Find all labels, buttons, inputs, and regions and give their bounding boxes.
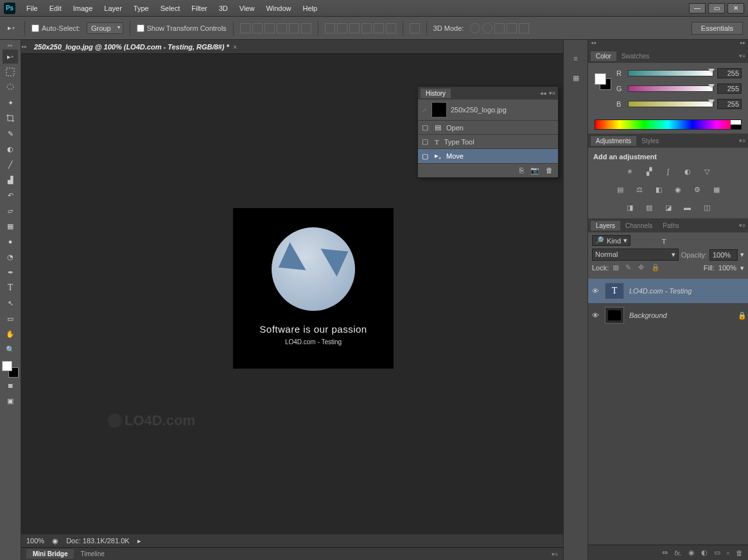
adjustments-tab[interactable]: Adjustments [591, 136, 636, 146]
distribute-right-icon[interactable] [386, 23, 396, 33]
document-tab[interactable]: 250x250_logo.jpg @ 100% (LO4D.com - Test… [28, 41, 243, 53]
filter-adjust-icon[interactable] [646, 236, 656, 245]
filter-smart-icon[interactable] [684, 236, 695, 245]
color-chips[interactable] [2, 361, 19, 378]
layer-thumb-bg[interactable] [605, 307, 624, 324]
healing-tool[interactable]: ◐ [3, 142, 18, 156]
blur-tool[interactable]: ● [3, 234, 18, 249]
3d-scale-icon[interactable] [519, 23, 529, 33]
history-snapshot-thumb[interactable] [431, 102, 447, 118]
gradient-map-icon[interactable]: ▬ [681, 202, 694, 213]
menu-image[interactable]: Image [67, 2, 99, 15]
brightness-icon[interactable]: ☀ [623, 166, 636, 177]
new-snapshot-icon[interactable]: 📷 [530, 166, 539, 175]
zoom-level[interactable]: 100% [26, 537, 44, 545]
panel-collapse-icon[interactable]: ◂◂ [540, 90, 546, 96]
align-hcenter-icon[interactable] [289, 23, 299, 33]
doc-size[interactable]: Doc: 183.1K/281.0K [66, 537, 129, 545]
path-select-tool[interactable]: ↖ [3, 296, 18, 310]
distribute-top-icon[interactable] [325, 23, 335, 33]
filter-pixel-icon[interactable] [633, 236, 643, 245]
lock-all-icon[interactable]: 🔒 [651, 263, 660, 272]
history-tab[interactable]: History [421, 89, 451, 98]
mini-bridge-tab[interactable]: Mini Bridge [26, 549, 74, 559]
channel-mixer-icon[interactable]: ⚙ [691, 184, 704, 195]
filter-shape-icon[interactable] [672, 236, 682, 245]
hand-tool[interactable]: ✋ [3, 327, 18, 341]
auto-select-checkbox[interactable]: Auto-Select: [31, 24, 80, 32]
new-adjustment-icon[interactable]: ◐ [701, 548, 708, 557]
auto-select-dropdown[interactable]: Group [87, 22, 123, 34]
menu-type[interactable]: Type [128, 2, 155, 15]
align-vcenter-icon[interactable] [252, 23, 263, 33]
type-tool[interactable]: T [3, 281, 18, 295]
gradient-tool[interactable]: ▦ [3, 219, 18, 233]
visibility-toggle-icon[interactable]: 👁 [591, 287, 600, 295]
channels-tab[interactable]: Channels [620, 221, 657, 231]
shape-tool[interactable]: ▭ [3, 311, 18, 326]
dodge-tool[interactable]: ◔ [3, 250, 18, 264]
align-top-icon[interactable] [240, 23, 250, 33]
menu-layer[interactable]: Layer [98, 2, 128, 15]
delete-state-icon[interactable]: 🗑 [546, 166, 553, 175]
color-panel-menu-icon[interactable]: ▾≡ [739, 53, 745, 59]
distribute-bottom-icon[interactable] [349, 23, 360, 33]
lock-position-icon[interactable]: ✥ [638, 263, 647, 272]
r-value[interactable]: 255 [717, 68, 742, 78]
strip-icon-1[interactable]: ≡ [569, 51, 583, 66]
distribute-hcenter-icon[interactable] [374, 23, 384, 33]
brush-tool[interactable]: ╱ [3, 157, 18, 171]
quick-mask-toggle[interactable]: ◙ [3, 378, 18, 392]
crop-tool[interactable] [3, 111, 18, 125]
filter-kind-dropdown[interactable]: 🔎 Kind ▾ [592, 235, 631, 246]
history-item-open[interactable]: ▢▤Open [418, 120, 558, 134]
bw-icon[interactable]: ◧ [652, 184, 665, 195]
panel-menu-icon[interactable]: ▾≡ [549, 90, 555, 96]
maximize-button[interactable]: ▭ [708, 3, 725, 13]
color-spectrum[interactable] [595, 119, 742, 130]
menu-view[interactable]: View [234, 2, 261, 15]
menu-edit[interactable]: Edit [44, 2, 67, 15]
workspace-switcher[interactable]: Essentials [691, 22, 743, 35]
panel-collapse-left-icon[interactable]: ◂◂ [591, 40, 596, 49]
new-group-icon[interactable]: ▭ [714, 548, 720, 557]
eyedropper-tool[interactable]: ✎ [3, 127, 18, 141]
fill-value[interactable]: 100% [718, 264, 736, 272]
pen-tool[interactable]: ✒ [3, 265, 18, 279]
threshold-icon[interactable]: ◪ [662, 202, 675, 213]
layer-mask-icon[interactable]: ◉ [688, 548, 695, 557]
color-tab[interactable]: Color [591, 51, 616, 61]
color-balance-icon[interactable]: ⚖ [633, 184, 646, 195]
layer-style-icon[interactable]: fx. [674, 549, 682, 557]
menu-3d[interactable]: 3D [213, 2, 234, 15]
color-swatch-chips[interactable] [595, 73, 611, 90]
menu-filter[interactable]: Filter [186, 2, 213, 15]
lasso-tool[interactable] [3, 80, 18, 94]
g-value[interactable]: 255 [717, 83, 742, 94]
swatches-tab[interactable]: Swatches [616, 51, 654, 61]
new-layer-icon[interactable]: ▫ [727, 549, 729, 557]
minimize-button[interactable]: — [689, 3, 706, 13]
canvas[interactable]: Software is our passion LO4D.com - Testi… [21, 54, 563, 534]
link-layers-icon[interactable]: ⇔ [662, 548, 668, 557]
layer-item-background[interactable]: 👁 Background 🔒 [588, 303, 748, 328]
zoom-tool[interactable]: 🔍 [3, 342, 18, 356]
close-tab-icon[interactable]: × [233, 43, 237, 51]
timeline-tab[interactable]: Timeline [74, 549, 110, 559]
lookup-icon[interactable]: ▦ [710, 184, 723, 195]
history-snapshot-name[interactable]: 250x250_logo.jpg [451, 106, 507, 114]
align-left-icon[interactable] [277, 23, 287, 33]
layer-name[interactable]: Background [629, 311, 733, 319]
show-transform-checkbox[interactable]: Show Transform Controls [137, 24, 227, 32]
selective-color-icon[interactable]: ◫ [700, 202, 713, 213]
3d-roll-icon[interactable] [482, 23, 492, 33]
panel-collapse-right-icon[interactable]: ▸▸ [740, 40, 745, 49]
new-document-from-state-icon[interactable]: ⎘ [519, 166, 524, 175]
opacity-value[interactable]: 100% [709, 249, 738, 261]
hue-icon[interactable]: ▤ [614, 184, 627, 195]
blend-mode-dropdown[interactable]: Normal▾ [592, 249, 679, 261]
invert-icon[interactable]: ◨ [623, 202, 636, 213]
close-button[interactable]: ✕ [727, 3, 744, 13]
lock-image-icon[interactable]: ✎ [625, 263, 634, 272]
status-flyout-icon[interactable]: ▸ [137, 537, 141, 545]
